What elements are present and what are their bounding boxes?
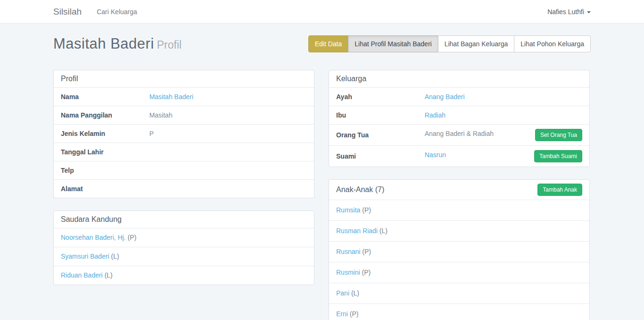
user-dropdown[interactable]: Nafies Luthfi — [547, 8, 591, 16]
row-label-orang-tua: Orang Tua — [329, 125, 418, 146]
page-title-block: Masitah BaderiProfil — [53, 35, 182, 52]
row-value-alamat — [142, 180, 314, 198]
table-row: Telp — [54, 161, 314, 180]
table-row: Ayah Anang Baderi — [329, 88, 589, 106]
row-label-ibu: Ibu — [329, 106, 418, 125]
saudara-kandung-card-title: Saudara Kandung — [54, 211, 314, 228]
link-riduan-baderi[interactable]: Riduan Baderi — [61, 271, 103, 279]
row-label-alamat: Alamat — [54, 180, 142, 198]
chevron-down-icon — [587, 11, 591, 13]
table-row: Alamat — [54, 180, 314, 198]
list-item: Riduan Baderi (L) — [54, 266, 314, 285]
nav-item-cari-keluarga[interactable]: Cari Keluarga — [97, 8, 137, 16]
set-orang-tua-button[interactable]: Set Orang Tua — [535, 129, 582, 141]
row-label-nama-panggilan: Nama Panggilan — [54, 106, 142, 125]
link-radiah[interactable]: Radiah — [425, 111, 446, 119]
link-masitah-baderi[interactable]: Masitah Baderi — [149, 93, 193, 101]
row-label-telp: Telp — [54, 161, 142, 180]
list-item: Rusmini (P) — [329, 262, 589, 283]
row-label-tanggal-lahir: Tanggal Lahir — [54, 143, 142, 161]
row-label-suami: Suami — [329, 146, 418, 167]
list-item: Rumsita (P) — [329, 200, 589, 220]
list-item: Rusman Riadi (L) — [329, 220, 589, 241]
anak-anak-card-title: Anak-Anak (7) — [336, 185, 384, 194]
keluarga-card: Keluarga Ayah Anang Baderi Ibu Radiah Or… — [329, 70, 590, 167]
list-item: Rusnani (P) — [329, 241, 589, 262]
link-nasrun[interactable]: Nasrun — [425, 151, 446, 159]
gender-label: (L) — [380, 227, 388, 235]
gender-label: (P) — [128, 234, 137, 241]
list-item: Pani (L) — [329, 283, 589, 303]
link-rusmini[interactable]: Rusmini — [336, 269, 360, 276]
saudara-kandung-card: Saudara Kandung Noorsehan Baderi, Hj. (P… — [53, 211, 314, 285]
lihat-profil-button[interactable]: Lihat Profil Masitah Baderi — [348, 35, 438, 52]
profil-card: Profil Nama Masitah Baderi Nama Panggila… — [53, 70, 314, 198]
table-row: Jenis Kelamin P — [54, 125, 314, 143]
table-row: Suami Tambah Suami Nasrun — [329, 146, 589, 167]
keluarga-card-title: Keluarga — [329, 70, 589, 87]
table-row: Orang Tua Set Orang Tua Anang Baderi & R… — [329, 125, 589, 146]
row-label-jenis-kelamin: Jenis Kelamin — [54, 125, 142, 143]
table-row: Nama Panggilan Masitah — [54, 106, 314, 125]
table-row: Ibu Radiah — [329, 106, 589, 125]
row-label-ayah: Ayah — [329, 88, 418, 106]
row-value-nama-panggilan: Masitah — [142, 106, 314, 125]
gender-label: (P) — [362, 269, 371, 276]
tambah-anak-button[interactable]: Tambah Anak — [537, 184, 582, 196]
page-header: Masitah BaderiProfil Edit Data Lihat Pro… — [53, 34, 591, 54]
gender-label: (P) — [362, 206, 371, 214]
edit-data-button[interactable]: Edit Data — [308, 35, 349, 52]
row-label-nama: Nama — [54, 88, 142, 106]
table-row: Nama Masitah Baderi — [54, 88, 314, 106]
gender-label: (L) — [105, 271, 113, 279]
gender-label: (P) — [362, 248, 371, 255]
lihat-bagan-keluarga-button[interactable]: Lihat Bagan Keluarga — [438, 35, 515, 52]
row-value-tanggal-lahir — [142, 143, 314, 161]
link-pani[interactable]: Pani — [336, 289, 349, 297]
row-value-telp — [142, 161, 314, 180]
page-subtitle: Profil — [157, 39, 182, 51]
link-erni[interactable]: Erni — [336, 310, 348, 318]
table-row: Tanggal Lahir — [54, 143, 314, 161]
top-navbar: Silsilah Cari Keluarga Nafies Luthfi — [0, 0, 644, 24]
profil-card-title: Profil — [54, 70, 314, 87]
list-item: Erni (P) — [329, 303, 589, 320]
row-value-orang-tua: Anang Baderi & Radiah — [425, 130, 494, 137]
link-rumsita[interactable]: Rumsita — [336, 206, 360, 214]
gender-label: (L) — [111, 253, 119, 260]
anak-anak-card: Anak-Anak (7) Tambah Anak Rumsita (P) Ru… — [329, 179, 590, 320]
anak-anak-card-header: Anak-Anak (7) Tambah Anak — [329, 180, 589, 200]
list-item: Noorsehan Baderi, Hj. (P) — [54, 228, 314, 247]
link-anang-baderi[interactable]: Anang Baderi — [425, 93, 465, 101]
brand-silsilah[interactable]: Silsilah — [53, 7, 82, 17]
lihat-pohon-keluarga-button[interactable]: Lihat Pohon Keluarga — [514, 35, 591, 52]
link-noorsehan-baderi[interactable]: Noorsehan Baderi, Hj. — [61, 234, 126, 241]
list-item: Syamsuri Baderi (L) — [54, 247, 314, 266]
profile-action-button-group: Edit Data Lihat Profil Masitah Baderi Li… — [308, 35, 591, 52]
link-rusnani[interactable]: Rusnani — [336, 248, 360, 255]
link-syamsuri-baderi[interactable]: Syamsuri Baderi — [61, 253, 109, 260]
link-rusman-riadi[interactable]: Rusman Riadi — [336, 227, 378, 235]
row-value-jenis-kelamin: P — [142, 125, 314, 143]
page-title: Masitah Baderi — [53, 35, 154, 52]
user-name: Nafies Luthfi — [547, 8, 584, 16]
gender-label: (L) — [351, 289, 359, 297]
tambah-suami-button[interactable]: Tambah Suami — [534, 150, 582, 162]
gender-label: (P) — [350, 310, 359, 318]
